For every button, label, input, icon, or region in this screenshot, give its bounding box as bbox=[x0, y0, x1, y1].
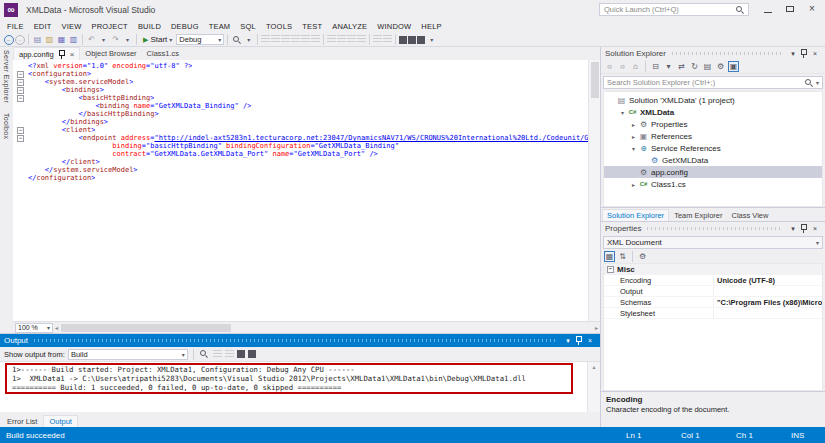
navigate-forward-icon[interactable]: → bbox=[15, 35, 25, 45]
tab-object-browser[interactable]: Object Browser bbox=[80, 47, 141, 60]
output-lines[interactable]: 1>------ Build started: Project: XMLData… bbox=[0, 362, 587, 412]
solution-explorer-search-input[interactable]: Search Solution Explorer (Ctrl+;) ▾ bbox=[603, 76, 823, 89]
expand-collapsed-icon[interactable]: ▸ bbox=[629, 181, 638, 188]
tab-class-view[interactable]: Class View bbox=[727, 210, 772, 221]
tab-error-list[interactable]: Error List bbox=[2, 416, 42, 427]
menu-project[interactable]: PROJECT bbox=[87, 22, 133, 31]
menu-view[interactable]: VIEW bbox=[57, 22, 87, 31]
window-position-icon[interactable]: ▾ bbox=[787, 50, 799, 58]
property-row-stylesheet[interactable]: Stylesheet bbox=[604, 308, 822, 319]
redo-dropdown-icon[interactable]: ▾ bbox=[122, 34, 133, 45]
tab-app-config[interactable]: app.config× bbox=[13, 47, 80, 60]
chevron-down-icon[interactable]: ▾ bbox=[816, 79, 819, 86]
unindent-icon[interactable] bbox=[281, 35, 290, 44]
quick-launch-input[interactable]: Quick Launch (Ctrl+Q) bbox=[599, 3, 749, 16]
find-dropdown-icon[interactable]: ▾ bbox=[243, 34, 254, 45]
categorized-icon[interactable]: ▦ bbox=[604, 251, 615, 262]
window-position-icon[interactable]: ▾ bbox=[787, 225, 799, 233]
run-code-analysis-icon[interactable] bbox=[399, 36, 407, 44]
menu-debug[interactable]: DEBUG bbox=[166, 22, 204, 31]
properties-icon[interactable]: ⚙ bbox=[715, 61, 726, 72]
attach-to-process-icon[interactable] bbox=[408, 36, 416, 44]
search-icon[interactable] bbox=[805, 79, 813, 87]
solution-explorer-title-bar[interactable]: Solution Explorer ▾ × bbox=[601, 47, 825, 60]
refresh-icon[interactable]: ↻ bbox=[689, 61, 700, 72]
tree-item-properties[interactable]: ▸⚙Properties bbox=[604, 118, 822, 130]
navigate-backward-icon[interactable]: ← bbox=[4, 35, 14, 45]
scrollbar-thumb[interactable] bbox=[61, 324, 231, 332]
tree-item-references[interactable]: ▸▣References bbox=[604, 130, 822, 142]
uncomment-icon[interactable] bbox=[301, 35, 310, 44]
close-tab-icon[interactable]: × bbox=[70, 50, 75, 59]
pin-icon[interactable] bbox=[576, 336, 582, 345]
find-message-icon[interactable] bbox=[199, 349, 210, 360]
collapse-box-icon[interactable]: − bbox=[17, 87, 24, 94]
open-file-icon[interactable]: ▨ bbox=[44, 34, 55, 45]
save-all-icon[interactable]: ▥ bbox=[68, 34, 79, 45]
show-all-files-icon[interactable]: ▤ bbox=[702, 61, 713, 72]
collapse-box-icon[interactable]: − bbox=[17, 95, 24, 102]
clear-bookmarks-icon[interactable] bbox=[373, 35, 382, 44]
tab-class1-cs[interactable]: Class1.cs bbox=[142, 47, 185, 60]
minimize-button[interactable] bbox=[757, 0, 779, 18]
go-to-previous-message-icon[interactable] bbox=[213, 350, 222, 359]
expand-expanded-icon[interactable]: ▾ bbox=[629, 145, 638, 152]
collapse-box-icon[interactable]: − bbox=[607, 266, 614, 273]
preview-selected-items-icon[interactable]: ▣ bbox=[728, 61, 739, 72]
expand-expanded-icon[interactable]: ▾ bbox=[618, 109, 627, 116]
tab-team-explorer[interactable]: Team Explorer bbox=[670, 210, 726, 221]
output-vertical-scrollbar[interactable]: ▴ bbox=[587, 362, 600, 412]
editor-horizontal-scrollbar[interactable] bbox=[60, 323, 592, 333]
tree-item-solution-xmldata-1-project-[interactable]: ▤Solution 'XMLData' (1 project) bbox=[604, 94, 822, 106]
tree-item-app-config[interactable]: ⚙app.config bbox=[604, 166, 822, 178]
undo-dropdown-icon[interactable]: ▾ bbox=[98, 34, 109, 45]
window-position-icon[interactable]: ▾ bbox=[562, 337, 574, 345]
pin-icon[interactable] bbox=[801, 49, 807, 58]
previous-bookmark-folder-icon[interactable] bbox=[347, 35, 356, 44]
solution-configurations-select[interactable]: Debug▾ bbox=[176, 34, 224, 45]
collapse-box-icon[interactable]: − bbox=[17, 127, 24, 134]
expand-collapsed-icon[interactable]: ▸ bbox=[629, 133, 638, 140]
menu-window[interactable]: WINDOW bbox=[372, 22, 416, 31]
property-row-schemas[interactable]: Schemas"C:\Program Files (x86)\Microsoft… bbox=[604, 297, 822, 308]
search-icon[interactable] bbox=[736, 6, 744, 14]
scope-dropdown-icon[interactable]: ▾ bbox=[663, 61, 674, 72]
next-bookmark-folder-icon[interactable] bbox=[357, 35, 366, 44]
menu-test[interactable]: TEST bbox=[297, 22, 327, 31]
toggle-bookmark-icon[interactable] bbox=[311, 35, 320, 44]
menu-analyze[interactable]: ANALYZE bbox=[327, 22, 372, 31]
close-icon[interactable]: × bbox=[809, 50, 821, 57]
close-icon[interactable]: × bbox=[809, 225, 821, 232]
output-source-select[interactable]: Build ▾ bbox=[68, 349, 188, 360]
side-tab-server-explorer[interactable]: Server Explorer bbox=[3, 50, 10, 103]
sync-with-active-document-icon[interactable]: ⇄ bbox=[676, 61, 687, 72]
find-in-files-icon[interactable] bbox=[231, 34, 242, 45]
property-pages-icon[interactable]: ⚙ bbox=[637, 251, 648, 262]
close-button[interactable]: × bbox=[801, 0, 823, 18]
scroll-left-arrow-icon[interactable]: ◂ bbox=[53, 324, 60, 331]
new-project-icon[interactable]: ▤ bbox=[32, 34, 43, 45]
toolbar-options-icon[interactable]: ▾ bbox=[426, 34, 437, 45]
redo-icon[interactable]: ↷ bbox=[110, 34, 121, 45]
zoom-level-select[interactable]: 100 % ▾ bbox=[15, 323, 53, 333]
collapse-box-icon[interactable]: − bbox=[17, 135, 24, 142]
bookmarks-window-icon[interactable] bbox=[383, 35, 392, 44]
menu-help[interactable]: HELP bbox=[416, 22, 446, 31]
tab-solution-explorer[interactable]: Solution Explorer bbox=[602, 209, 669, 221]
pin-icon[interactable] bbox=[801, 224, 807, 233]
save-icon[interactable]: ▦ bbox=[56, 34, 67, 45]
scroll-right-arrow-icon[interactable]: ▸ bbox=[593, 324, 600, 331]
show-quick-info-icon[interactable] bbox=[261, 35, 270, 44]
tree-item-getxmldata[interactable]: ⚙GetXMLData bbox=[604, 154, 822, 166]
maximize-button[interactable] bbox=[779, 0, 801, 18]
expand-collapsed-icon[interactable]: ▸ bbox=[629, 121, 638, 128]
property-row-output[interactable]: Output bbox=[604, 286, 822, 297]
clear-all-icon[interactable] bbox=[237, 350, 245, 358]
tab-output[interactable]: Output bbox=[43, 415, 78, 427]
properties-category-header[interactable]: − Misc bbox=[604, 264, 822, 275]
go-to-next-message-icon[interactable] bbox=[225, 350, 234, 359]
property-row-encoding[interactable]: EncodingUnicode (UTF-8) bbox=[604, 275, 822, 286]
output-title-bar[interactable]: Output ▾ × bbox=[0, 334, 600, 347]
indent-icon[interactable] bbox=[271, 35, 280, 44]
next-bookmark-icon[interactable] bbox=[337, 35, 346, 44]
